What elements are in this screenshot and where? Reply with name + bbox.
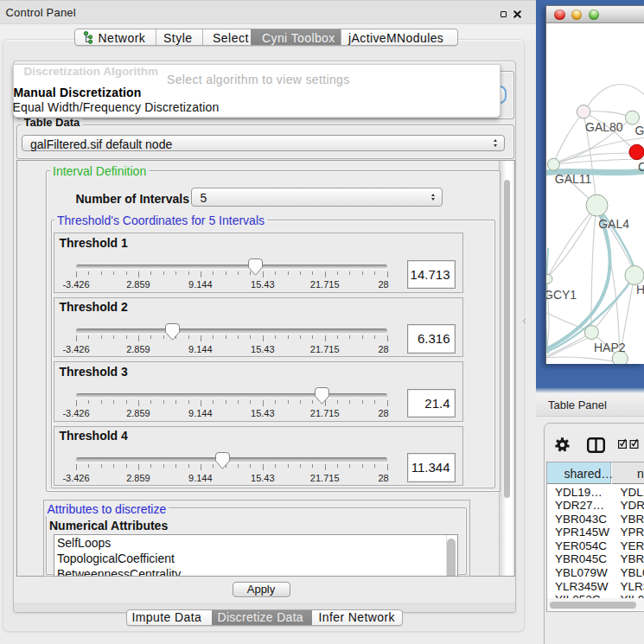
svg-text:GAL80: GAL80 [585, 120, 623, 134]
svg-text:GA: GA [635, 124, 644, 137]
svg-text:H: H [636, 283, 644, 296]
svg-text:GAL4: GAL4 [598, 217, 629, 231]
svg-text:GAL11: GAL11 [555, 172, 592, 186]
svg-text:GCY1: GCY1 [546, 288, 577, 302]
svg-text:HAP2: HAP2 [594, 341, 626, 354]
svg-text:C: C [638, 160, 644, 174]
